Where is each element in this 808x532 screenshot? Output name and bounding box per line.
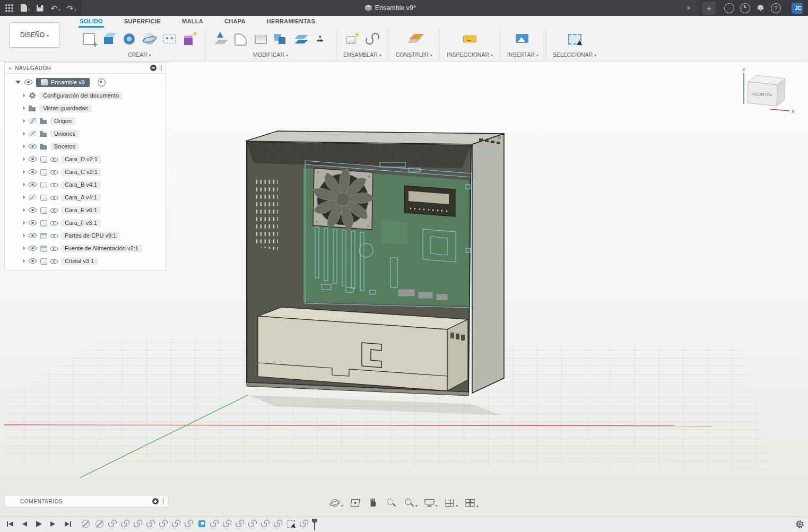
display-settings-icon[interactable]: ▾ (424, 498, 438, 508)
activate-component-radio[interactable] (98, 79, 106, 86)
visibility-eye-icon[interactable] (29, 195, 37, 200)
tab-malla[interactable]: MALLA (181, 16, 204, 28)
go-to-start-icon[interactable] (6, 521, 14, 529)
suppressed-feature-icon[interactable] (94, 519, 105, 530)
browser-item-label[interactable]: Cara_C v2:1 (61, 168, 101, 176)
expand-arrow[interactable] (23, 182, 25, 187)
joint-feature-icon[interactable] (261, 519, 270, 530)
joint-feature-icon[interactable] (108, 519, 117, 530)
combine-icon[interactable] (273, 31, 289, 48)
measure-icon[interactable] (462, 31, 478, 48)
pan-icon[interactable] (368, 498, 379, 508)
visibility-eye-icon[interactable] (24, 80, 32, 85)
redo-icon[interactable]: ↷ ▾ (67, 4, 76, 12)
joint-feature-icon[interactable] (134, 519, 143, 530)
visibility-eye-icon[interactable] (29, 156, 37, 162)
visibility-eye-icon[interactable] (29, 118, 37, 124)
joint-feature-icon[interactable] (274, 519, 283, 530)
sphere-primitive-icon[interactable] (142, 31, 158, 48)
browser-item[interactable]: Cara_C v2:1 (5, 165, 166, 178)
move-copy-icon[interactable] (313, 31, 329, 48)
joint-feature-icon[interactable] (121, 519, 130, 530)
expand-arrow[interactable] (23, 144, 25, 149)
document-tab[interactable]: Ensamble v9* × (82, 0, 699, 16)
add-comment-button[interactable] (152, 498, 159, 504)
insert-image-icon[interactable] (515, 31, 531, 48)
root-component-pill[interactable]: Ensamble v9 (36, 78, 90, 87)
expand-arrow[interactable] (15, 81, 21, 84)
group-menu-insertar[interactable]: INSERTAR ▾ (507, 51, 538, 58)
workspace-switcher[interactable]: DISEÑO▾ (10, 22, 59, 48)
step-back-icon[interactable] (21, 521, 28, 529)
expand-arrow[interactable] (23, 259, 25, 263)
new-component-icon[interactable] (344, 31, 360, 48)
group-menu-modificar[interactable]: MODIFICAR ▾ (253, 51, 288, 58)
browser-item-label[interactable]: Vistas guardadas (39, 104, 92, 112)
joint-feature-icon[interactable] (146, 519, 155, 530)
expand-arrow[interactable] (23, 157, 25, 161)
joint-feature-icon[interactable] (210, 519, 219, 530)
group-menu-crear[interactable]: CREAR ▾ (128, 51, 151, 58)
select-icon[interactable] (567, 31, 583, 48)
sketch-feature-icon[interactable] (197, 519, 206, 530)
zoom-icon[interactable]: ▾ (404, 498, 418, 508)
browser-item-label[interactable]: Origen (50, 117, 75, 125)
group-menu-inspeccionar[interactable]: INSPECCIONAR ▾ (447, 51, 493, 58)
browser-item-label[interactable]: Cara_A v4:1 (61, 194, 101, 202)
visibility-eye-icon[interactable] (29, 131, 37, 136)
go-to-end-icon[interactable] (64, 521, 71, 529)
expand-arrow[interactable] (23, 93, 25, 98)
browser-item-label[interactable]: Cara_F v3:1 (61, 219, 101, 227)
expand-arrow[interactable] (23, 195, 25, 199)
joint-feature-icon[interactable] (236, 519, 245, 530)
panel-resize-grip[interactable] (160, 65, 160, 71)
grid-settings-icon[interactable]: ▾ (444, 498, 458, 508)
browser-item-label[interactable]: Cara_D v2:1 (61, 155, 101, 163)
offset-face-icon[interactable] (293, 31, 309, 48)
orbit-icon[interactable]: ▾ (329, 498, 343, 508)
expand-arrow[interactable] (23, 246, 25, 250)
visibility-eye-icon[interactable] (29, 169, 37, 175)
visibility-eye-icon[interactable] (29, 144, 37, 149)
browser-item[interactable]: Cara_A v4:1 (5, 191, 166, 204)
visibility-eye-icon[interactable] (29, 207, 37, 213)
minimize-panel-button[interactable] (150, 65, 157, 71)
browser-item[interactable]: Cara_B v4:1 (5, 178, 166, 191)
browser-item[interactable]: Configuración del documento (5, 89, 166, 102)
tab-herramientas[interactable]: HERRAMIENTAS (266, 16, 316, 28)
construction-plane-icon[interactable] (406, 31, 422, 48)
collapse-panel-icon[interactable]: « (8, 65, 12, 71)
joint-feature-icon[interactable] (159, 519, 168, 530)
tab-solido[interactable]: SOLIDO (79, 16, 104, 28)
user-avatar[interactable]: JC (792, 3, 803, 14)
visibility-eye-icon[interactable] (29, 233, 37, 238)
browser-item-label[interactable]: Cristal v3:1 (61, 257, 98, 265)
visibility-eye-icon[interactable] (29, 182, 37, 187)
browser-item-label[interactable]: Uniones (50, 130, 79, 138)
tab-superficie[interactable]: SUPERFICIE (123, 16, 162, 28)
help-icon[interactable]: ? (771, 3, 781, 13)
timeline-position-marker[interactable] (311, 519, 318, 531)
browser-item[interactable]: Vistas guardadas (5, 102, 166, 115)
group-menu-ensamblar[interactable]: ENSAMBLAR ▾ (343, 51, 381, 58)
browser-item-label[interactable]: Fuente de Alimentación v2:1 (61, 245, 142, 252)
browser-item-label[interactable]: Configuración del documento (39, 92, 123, 100)
notifications-bell-icon[interactable] (756, 4, 765, 13)
zoom-window-icon[interactable] (386, 498, 397, 508)
joint-feature-icon[interactable] (185, 519, 194, 530)
group-menu-construir[interactable]: CONSTRUIR ▾ (396, 51, 432, 58)
tab-chapa[interactable]: CHAPA (223, 16, 247, 28)
look-at-icon[interactable] (350, 498, 361, 508)
browser-item-label[interactable]: Partes de CPU v9:1 (61, 232, 120, 240)
file-menu-icon[interactable]: ▾ (21, 4, 30, 12)
apps-grid-icon[interactable] (5, 4, 14, 12)
group-menu-seleccionar[interactable]: SELECCIONAR ▾ (553, 51, 596, 58)
close-document-button[interactable]: × (683, 3, 694, 13)
joint-feature-icon[interactable] (172, 519, 181, 530)
visibility-eye-icon[interactable] (29, 258, 37, 264)
visibility-eye-icon[interactable] (29, 220, 37, 225)
joint-feature-icon[interactable] (223, 519, 232, 530)
expand-arrow[interactable] (23, 170, 25, 174)
selection-feature-icon[interactable] (286, 519, 296, 530)
revolve-icon[interactable] (121, 31, 137, 48)
